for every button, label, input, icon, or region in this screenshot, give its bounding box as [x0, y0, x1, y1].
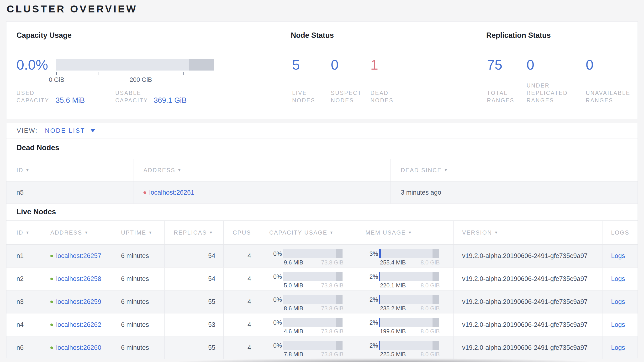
sort-desc-icon[interactable]: ▼ — [178, 168, 182, 172]
column-header-logs: LOGS — [602, 221, 638, 244]
capacity-usage-cell: 0% 5.0 MiB 73.8 GiB — [260, 268, 356, 290]
axis-label-mid: 200 GiB — [122, 76, 160, 83]
node-address-link[interactable]: localhost:26259 — [56, 298, 101, 306]
logs-link[interactable]: Logs — [611, 344, 625, 351]
column-header-mem-usage[interactable]: MEM USAGE ▼ — [356, 221, 454, 244]
column-header-id[interactable]: ID ▼ — [6, 221, 41, 244]
capacity-used-value: 9.6 MiB — [284, 259, 303, 266]
sort-desc-icon[interactable]: ▼ — [330, 231, 334, 235]
version-cell: v19.2.0-alpha.20190606-2491-gfe735c9a97 — [454, 313, 602, 336]
view-bar: VIEW: NODE LIST — [6, 123, 638, 138]
mem-bar — [379, 341, 439, 350]
under-replicated-ranges-count: 0 — [526, 57, 534, 72]
capacity-usage-cell: 0% 9.6 MiB 73.8 GiB — [260, 245, 356, 267]
live-status-dot-icon — [50, 346, 53, 349]
live-nodes-table: ID ▼ ADDRESS ▼ UPTIME ▼ REPLICAS ▼ CPUS — [6, 221, 638, 359]
version-cell: v19.2.0-alpha.20190606-2491-gfe735c9a97 — [454, 245, 602, 267]
mem-bar-fill — [379, 295, 380, 304]
live-node-row: n3 localhost:26259 6 minutes 55 4 0% 8.6… — [6, 290, 638, 313]
sort-desc-icon[interactable]: ▼ — [26, 231, 29, 235]
node-address-link[interactable]: localhost:26258 — [56, 275, 101, 283]
replicas-cell: 53 — [165, 313, 224, 336]
dead-nodes-heading: Dead Nodes — [6, 138, 638, 159]
node-address-cell: localhost:26259 — [41, 290, 112, 313]
version-cell: v19.2.0-alpha.20190606-2491-gfe735c9a97 — [454, 268, 602, 290]
capacity-usage-heading: Capacity Usage — [16, 31, 72, 40]
live-node-row: n4 localhost:26262 6 minutes 53 4 0% 4.6… — [6, 313, 638, 336]
usable-capacity-label: USABLE CAPACITY — [115, 89, 148, 104]
dead-node-row: n5 localhost:26261 3 minutes ago — [6, 182, 638, 204]
total-ranges-label: TOTAL RANGES — [487, 89, 514, 104]
live-nodes-heading: Live Nodes — [6, 204, 638, 221]
capacity-total-value: 73.8 GiB — [321, 282, 344, 289]
capacity-percent: 0% — [260, 250, 283, 257]
mem-bar-reserved-segment — [432, 295, 439, 304]
logs-cell: Logs — [602, 290, 638, 313]
mem-percent: 2% — [356, 319, 379, 326]
capacity-percent: 0% — [260, 342, 283, 349]
node-address-cell: localhost:26257 — [41, 245, 112, 267]
replicas-cell: 54 — [165, 245, 224, 267]
dead-since-cell: 3 minutes ago — [391, 182, 638, 204]
mem-bar — [379, 295, 439, 304]
mem-used-value: 255.4 MiB — [380, 259, 406, 266]
live-nodes-header-row: ID ▼ ADDRESS ▼ UPTIME ▼ REPLICAS ▼ CPUS — [6, 221, 638, 245]
capacity-percent: 0% — [260, 273, 283, 280]
column-header-address[interactable]: ADDRESS ▼ — [41, 221, 112, 244]
unavailable-ranges-count: 0 — [586, 57, 594, 72]
mem-bar-fill — [379, 341, 380, 350]
logs-link[interactable]: Logs — [611, 298, 625, 306]
node-status-heading: Node Status — [291, 31, 334, 40]
column-header-capacity-usage[interactable]: CAPACITY USAGE ▼ — [260, 221, 356, 244]
mem-bar-fill — [379, 249, 381, 258]
axis-tick — [56, 72, 57, 75]
sort-desc-icon[interactable]: ▼ — [26, 168, 29, 172]
mem-total-value: 8.0 GiB — [420, 305, 440, 312]
sort-desc-icon[interactable]: ▼ — [408, 231, 412, 235]
capacity-used-value: 7.8 MiB — [284, 351, 303, 358]
node-id-cell: n3 — [6, 290, 41, 313]
column-header-address[interactable]: ADDRESS ▼ — [134, 159, 391, 181]
cpus-cell: 4 — [224, 290, 260, 313]
view-selector-dropdown[interactable]: NODE LIST — [45, 127, 85, 134]
replicas-cell: 54 — [165, 268, 224, 290]
uptime-cell: 6 minutes — [112, 268, 165, 290]
live-node-row: n2 localhost:26258 6 minutes 54 4 0% 5.0… — [6, 268, 638, 290]
column-header-uptime[interactable]: UPTIME ▼ — [112, 221, 165, 244]
column-header-id[interactable]: ID ▼ — [6, 159, 134, 181]
node-address-link[interactable]: localhost:26257 — [56, 252, 101, 260]
live-nodes-label: LIVE NODES — [292, 89, 315, 104]
axis-label-start: 0 GiB — [38, 76, 76, 83]
unavailable-ranges-label: UNAVAILABLE RANGES — [586, 89, 630, 104]
node-address-cell: localhost:26258 — [41, 268, 112, 290]
column-header-version[interactable]: VERSION ▼ — [454, 221, 602, 244]
node-address-link[interactable]: localhost:26262 — [56, 321, 101, 328]
uptime-cell: 6 minutes — [112, 313, 165, 336]
dead-status-dot-icon — [144, 191, 146, 194]
column-header-replicas[interactable]: REPLICAS ▼ — [165, 221, 224, 244]
mem-bar — [379, 318, 439, 327]
sort-desc-icon[interactable]: ▼ — [209, 231, 213, 235]
sort-desc-icon[interactable]: ▼ — [84, 231, 88, 235]
sort-desc-icon[interactable]: ▼ — [444, 168, 448, 172]
logs-link[interactable]: Logs — [611, 275, 625, 283]
cpus-cell: 4 — [224, 313, 260, 336]
mem-bar-reserved-segment — [432, 341, 439, 350]
sort-desc-icon[interactable]: ▼ — [494, 231, 498, 235]
axis-tick — [98, 72, 99, 75]
node-address-link[interactable]: localhost:26261 — [149, 189, 194, 196]
column-header-dead-since[interactable]: DEAD SINCE ▼ — [391, 159, 638, 181]
sort-desc-icon[interactable]: ▼ — [148, 231, 152, 235]
logs-cell: Logs — [602, 245, 638, 267]
column-header-cpus[interactable]: CPUS — [224, 221, 260, 244]
axis-tick — [141, 72, 141, 75]
logs-link[interactable]: Logs — [611, 252, 625, 260]
logs-link[interactable]: Logs — [611, 321, 625, 328]
mem-bar — [379, 272, 439, 281]
live-status-dot-icon — [50, 278, 53, 280]
capacity-used-value: 5.0 MiB — [284, 282, 303, 289]
node-address-link[interactable]: localhost:26260 — [56, 344, 101, 351]
capacity-bar-reserved-segment — [336, 341, 342, 350]
chevron-down-icon[interactable] — [90, 129, 95, 132]
node-id-cell: n2 — [6, 268, 41, 290]
